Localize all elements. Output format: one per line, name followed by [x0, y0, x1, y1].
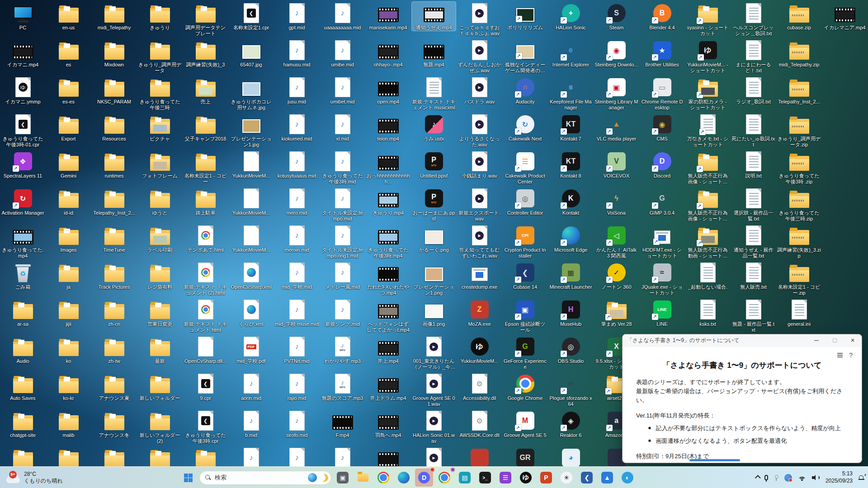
desktop-icon[interactable]: NKSC_PARAM — [92, 76, 136, 105]
taskbar-app-chrome[interactable] — [374, 469, 392, 487]
desktop-icon[interactable]: 父子キャンプ2018 — [184, 113, 227, 142]
desktop-icon[interactable]: ♪ — [275, 446, 319, 468]
desktop-icon[interactable]: PC — [1, 2, 45, 31]
desktop-icon[interactable]: en-us — [47, 2, 90, 31]
close-button[interactable]: ✕ — [844, 334, 862, 347]
desktop-icon[interactable]: ♪uaaaaaaaaa.mid — [321, 2, 364, 31]
desktop-icon[interactable] — [458, 446, 501, 468]
desktop-icon[interactable]: K↗Kontakt — [549, 187, 593, 216]
desktop-icon[interactable]: malib — [47, 409, 90, 438]
desktop-icon[interactable]: ◉↗CMS — [640, 113, 684, 142]
desktop-icon[interactable]: ▶ — [412, 446, 456, 468]
desktop-icon[interactable]: ▶HALion Sonic 01.wav — [412, 409, 456, 444]
desktop-icon[interactable]: ▭↗Chrome Remote Desktop — [640, 76, 684, 111]
desktop-icon[interactable]: 調声用データテンプレート — [184, 2, 227, 37]
desktop-icon[interactable]: F.mp4 — [321, 409, 364, 438]
desktop-icon[interactable]: PNT2おーばーまにあ.ppsf — [412, 187, 456, 222]
desktop-icon[interactable]: きゅうり.mp4 — [366, 187, 410, 216]
desktop-icon[interactable]: 65407.jpg — [229, 39, 273, 68]
desktop-icon[interactable]: ko — [47, 335, 90, 364]
desktop-icon[interactable]: 売上 — [184, 76, 227, 105]
desktop-icon[interactable]: general.ini — [777, 298, 821, 327]
desktop-icon[interactable]: teion.mp4 — [366, 113, 410, 142]
taskbar-app-edge[interactable] — [395, 469, 413, 487]
desktop-icon[interactable]: ゆイカマニ.ymmp — [1, 76, 45, 105]
desktop-icon[interactable]: ◕ — [549, 446, 593, 468]
desktop-icon[interactable]: Audio — [1, 335, 45, 364]
desktop-icon[interactable]: おっhhhhhhhhhhhhh... — [366, 150, 410, 185]
desktop-icon[interactable]: ≈↗JQuake.exe - ショートカット — [640, 261, 684, 296]
desktop-icon[interactable]: ksks.txt — [686, 298, 730, 327]
account-status-icon[interactable] — [784, 474, 792, 482]
desktop-icon[interactable] — [184, 446, 227, 468]
volume-icon[interactable] — [812, 475, 820, 481]
desktop-icon[interactable]: 井上.mp4 — [366, 335, 410, 364]
taskbar-app-squares-app[interactable]: ▣ — [334, 469, 352, 487]
desktop-icon[interactable]: 名称未設定1 - コピー.zip — [777, 261, 821, 296]
desktop-icon[interactable]: zh-tw — [92, 335, 136, 364]
desktop-icon[interactable]: ohhayo-.mp4 — [366, 39, 410, 68]
desktop-icon[interactable]: ラジオ_歌詞.txt — [731, 76, 775, 105]
desktop-icon[interactable]: ❮↗Cubase 14 — [503, 261, 547, 290]
notification-bell-icon[interactable]: z — [859, 475, 864, 481]
desktop-icon[interactable]: 営業日変更 — [138, 298, 182, 327]
desktop-icon[interactable]: ♪hamusu.mid — [275, 39, 319, 68]
taskbar-app-file-explorer[interactable] — [354, 469, 372, 487]
desktop-icon[interactable]: きゅうり食ってた午後3時 .zip — [777, 150, 821, 185]
desktop-icon[interactable]: M↗Groove Agent SE 5 — [503, 409, 547, 438]
desktop-icon[interactable]: ↗万引きメモ.txt - ショートカット — [686, 113, 730, 148]
desktop-icon[interactable]: ♪きゅうり食ってた午後3時.mid — [321, 150, 364, 185]
desktop-icon[interactable]: ♪xl.mid — [321, 113, 364, 142]
taskbar-app-chrome-profile[interactable] — [435, 469, 453, 487]
desktop-icon[interactable]: ⚙Accessibility.dll — [458, 372, 501, 401]
desktop-icon[interactable]: ❮9.cpr — [184, 372, 227, 401]
desktop-icon[interactable]: レジ袋有料 — [138, 261, 182, 290]
desktop-icon[interactable]: 最新 — [138, 335, 182, 364]
desktop-icon[interactable]: ♻ごみ箱 — [1, 261, 45, 290]
desktop-icon[interactable]: かるーく.png — [412, 224, 456, 253]
desktop-icon[interactable]: ↗家の防犯カメラ - ショートカット — [686, 76, 730, 111]
search-input[interactable]: 検索 — [199, 471, 331, 485]
desktop-icon[interactable]: ZMoZA.exe — [458, 298, 501, 327]
desktop-icon[interactable]: ▶新規エクスポート.wav — [458, 187, 501, 222]
desktop-icon[interactable]: es-es — [47, 76, 90, 105]
desktop-icon[interactable]: ヘルスコンプレッション＿歌詞.txt — [731, 2, 775, 37]
desktop-icon[interactable]: G↗GIMP 3.0.4 — [640, 187, 684, 216]
desktop-icon[interactable]: プレゼンテーション1.png — [412, 261, 456, 296]
desktop-icon[interactable]: だれだFXいれたやつ.mp4 — [366, 261, 410, 296]
desktop-icon[interactable]: フォトフレーム — [138, 150, 182, 179]
desktop-icon[interactable]: テンポあて.html — [184, 224, 227, 253]
desktop-icon[interactable]: 死にたい_ゅ歌詞.txt — [731, 113, 775, 148]
desktop-icon[interactable]: Images — [47, 224, 90, 253]
desktop-icon[interactable]: 調声練習(失敗)_3.zip — [777, 224, 821, 259]
taskbar-app-yukkuri-app[interactable]: ゆ — [517, 469, 535, 487]
desktop-icon[interactable]: ar-sa — [1, 298, 45, 327]
microphone-icon[interactable] — [764, 475, 768, 480]
desktop-icon[interactable]: きゅうり_調声用データ — [138, 39, 182, 74]
desktop-icon[interactable]: Mixdown — [92, 39, 136, 68]
desktop-icon[interactable]: +↗HALion Sonic — [549, 2, 593, 31]
desktop-icon[interactable]: Gemini — [47, 150, 90, 179]
desktop-icon[interactable]: ◉↗Steinberg Downlo... — [594, 39, 638, 68]
desktop-icon[interactable]: ↗筆まめ Ver.28 — [594, 298, 638, 327]
start-button[interactable] — [179, 469, 197, 487]
desktop-icon[interactable] — [92, 446, 136, 468]
desktop-icon[interactable]: きゅうり食ってた午後三時 — [138, 76, 182, 111]
weather-widget[interactable]: 9+ 28°C くもりのち晴れ — [3, 469, 66, 487]
desktop-icon[interactable]: 通知うぜえ.mp4 — [412, 2, 456, 31]
desktop-icon[interactable]: ゆ↗YukkuriMovieM... - ショートカット — [686, 39, 730, 74]
desktop-icon[interactable]: ↻↗Cakewalk Next — [503, 113, 547, 142]
desktop-icon[interactable]: 路上駐車 — [184, 187, 227, 216]
desktop-icon[interactable]: 選択肢 - 親作品一覧.txt — [731, 187, 775, 222]
desktop-icon[interactable]: ∩↗Audacity — [503, 76, 547, 105]
desktop-icon[interactable]: ▶小銭詰まり.wav — [458, 150, 501, 179]
desktop-icon[interactable]: ja — [47, 261, 90, 290]
desktop-icon[interactable]: ♪ — [321, 446, 364, 468]
desktop-icon[interactable]: ♪meroin.mid — [275, 224, 319, 253]
desktop-icon[interactable]: ♪mid_学校.mid — [275, 261, 319, 290]
desktop-icon[interactable]: midi_Telepathy — [92, 2, 136, 31]
desktop-icon[interactable]: |||↗Keepforest File Manager — [549, 76, 593, 111]
desktop-icon[interactable]: 画像1.png — [412, 298, 456, 327]
desktop-icon[interactable]: ♪jusu.mid — [275, 76, 319, 105]
desktop-icon[interactable]: ϟ↗VoiSona — [594, 187, 638, 216]
